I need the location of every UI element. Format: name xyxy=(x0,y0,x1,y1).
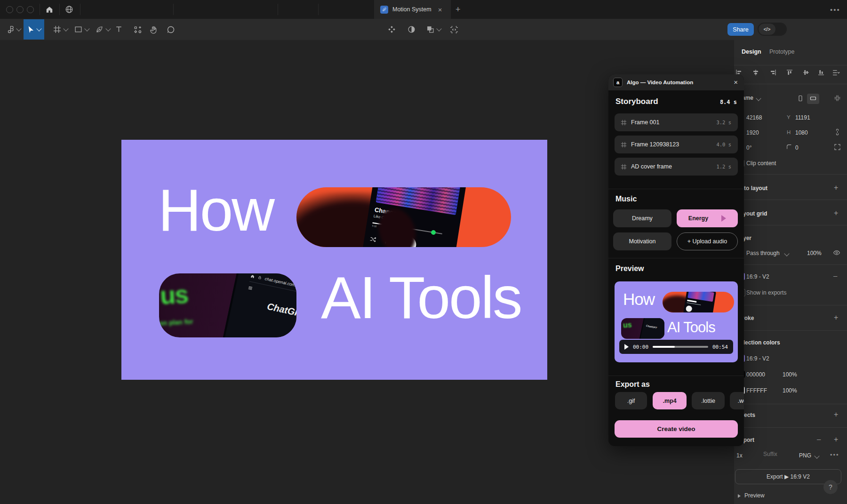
dev-mode-toggle[interactable]: </> xyxy=(758,23,787,36)
mini-phone xyxy=(683,292,717,312)
add-layout-grid-button[interactable]: + xyxy=(834,209,838,217)
divider xyxy=(608,376,744,376)
create-component-button[interactable] xyxy=(388,19,396,40)
actions-tool[interactable] xyxy=(134,19,142,40)
color-opacity-white[interactable]: 100% xyxy=(783,387,797,394)
format-chip-lottie[interactable]: .lottie xyxy=(692,392,725,409)
blend-mode-chevron[interactable] xyxy=(784,251,789,256)
comment-tool[interactable] xyxy=(167,19,175,40)
globe-icon[interactable] xyxy=(65,5,73,14)
preview-play-button[interactable] xyxy=(624,344,629,350)
layer-visibility-eye-icon[interactable] xyxy=(833,249,840,256)
design-properties-panel: Design Prototype Frame X 42168 Y 11191 W… xyxy=(734,40,847,504)
blend-mode-dropdown[interactable]: Pass through xyxy=(746,250,780,256)
hand-tool[interactable] xyxy=(150,19,158,40)
collapse-icon[interactable] xyxy=(834,95,841,102)
add-export-button[interactable]: + xyxy=(834,436,838,443)
export-scale[interactable]: 1x xyxy=(736,452,743,459)
frame-tool[interactable] xyxy=(53,19,68,40)
tab-prototype[interactable]: Prototype xyxy=(769,48,795,55)
add-stroke-button[interactable]: + xyxy=(834,314,838,321)
fill-style-name[interactable]: 16:9 - V2 xyxy=(746,273,769,280)
constrain-proportions-icon[interactable] xyxy=(834,128,841,136)
align-vertical-center-icon[interactable] xyxy=(802,69,810,76)
main-menu-button[interactable] xyxy=(7,19,21,40)
tab-design[interactable]: Design xyxy=(742,48,761,55)
storyboard-frame-row[interactable]: Frame 001 3.2 s xyxy=(615,113,738,131)
add-effect-button[interactable]: + xyxy=(834,411,838,418)
format-chip-webm[interactable]: .webm xyxy=(730,392,744,409)
height-value[interactable]: 1080 xyxy=(795,129,808,136)
tab-close-icon[interactable]: × xyxy=(438,6,442,13)
color-opacity-black[interactable]: 100% xyxy=(783,371,797,378)
design-frame-16-9-v2[interactable]: How Change Like Crashing Waves 5:16 xyxy=(121,140,547,380)
dev-resources-button[interactable] xyxy=(450,19,458,40)
selection-style-name[interactable]: 16:9 - V2 xyxy=(746,355,769,362)
rotation-value[interactable]: 0° xyxy=(746,144,751,151)
export-suffix-input[interactable] xyxy=(762,450,794,458)
music-option-motivation[interactable]: Motivation xyxy=(613,232,671,250)
file-tab-motion-system[interactable]: Motion System × xyxy=(374,0,451,19)
preview-disclosure-triangle[interactable] xyxy=(738,494,741,498)
format-chip-mp4-selected[interactable]: .mp4 xyxy=(653,392,687,409)
move-tool-selected[interactable] xyxy=(24,19,44,40)
new-tab-button[interactable]: + xyxy=(455,5,461,15)
chatgpt-photo-thumb: us on plan for 7:22 chat.openai.com/cha … xyxy=(159,273,296,337)
upload-audio-button[interactable]: + Upload audio xyxy=(677,232,738,250)
color-hex-white[interactable]: FFFFFF xyxy=(746,387,767,394)
align-right-icon[interactable] xyxy=(769,69,777,76)
video-preview-card[interactable]: How us ChatGPT AI Tools 00:00 xyxy=(615,281,738,362)
use-as-mask-button[interactable] xyxy=(408,19,416,40)
window-close-button[interactable] xyxy=(6,6,13,13)
text-tool[interactable] xyxy=(115,19,123,40)
frame-duration: 1.2 s xyxy=(716,164,731,169)
music-option-dreamy[interactable]: Dreamy xyxy=(613,209,671,227)
storyboard-frame-row[interactable]: Frame 120938123 4.0 s xyxy=(615,136,738,153)
help-button[interactable]: ? xyxy=(823,480,838,494)
align-bottom-icon[interactable] xyxy=(817,69,825,76)
export-options-menu[interactable]: ••• xyxy=(830,451,839,458)
align-horizontal-center-icon[interactable] xyxy=(752,69,759,76)
corner-radius-icon xyxy=(786,144,792,150)
hamburger-icon xyxy=(248,285,253,291)
format-chip-gif[interactable]: .gif xyxy=(615,392,647,409)
window-minimize-button[interactable] xyxy=(16,6,24,13)
y-value[interactable]: 11191 xyxy=(795,114,810,121)
tidy-up-icon[interactable] xyxy=(832,69,840,77)
titlebar-divider xyxy=(173,4,174,15)
x-value[interactable]: 42168 xyxy=(746,114,762,121)
width-value[interactable]: 1920 xyxy=(746,129,759,136)
boolean-groups-button[interactable] xyxy=(426,19,441,40)
independent-corners-icon[interactable] xyxy=(834,144,841,151)
preview-section-label[interactable]: Preview xyxy=(744,492,765,499)
titlebar-overflow-menu[interactable]: ••• xyxy=(830,6,840,14)
frame-preset-chevron[interactable] xyxy=(756,96,761,101)
landscape-icon[interactable] xyxy=(809,95,817,102)
window-zoom-button[interactable] xyxy=(27,6,34,13)
remove-fill-button[interactable]: – xyxy=(833,272,837,280)
plugin-close-icon[interactable]: × xyxy=(734,79,738,86)
y-label: Y xyxy=(787,114,791,120)
plugin-header[interactable]: a Algo — Video Automation × xyxy=(608,74,744,90)
shape-tool[interactable] xyxy=(74,19,89,40)
corner-radius-value[interactable]: 0 xyxy=(795,144,799,151)
color-hex-black[interactable]: 000000 xyxy=(746,371,765,378)
add-auto-layout-button[interactable]: + xyxy=(834,184,838,192)
clip-content-label: Clip content xyxy=(746,160,776,167)
align-top-icon[interactable] xyxy=(786,69,793,76)
portrait-icon[interactable] xyxy=(797,95,804,102)
height-label: H xyxy=(787,129,791,135)
share-button[interactable]: Share xyxy=(727,23,754,36)
pen-tool[interactable] xyxy=(96,19,110,40)
create-video-button[interactable]: Create video xyxy=(615,420,738,438)
titlebar-divider xyxy=(80,4,80,15)
home-icon[interactable] xyxy=(45,5,54,14)
storyboard-frame-row[interactable]: AD cover frame 1.2 s xyxy=(615,158,738,176)
layer-opacity[interactable]: 100% xyxy=(807,250,822,256)
remove-export-button[interactable]: – xyxy=(817,435,821,443)
export-format-dropdown[interactable]: PNG xyxy=(799,452,811,459)
export-format-chevron[interactable] xyxy=(814,453,819,458)
progress-track[interactable] xyxy=(653,346,708,348)
music-option-energy-selected[interactable]: Energy xyxy=(677,209,738,227)
move-tool-chevron[interactable] xyxy=(36,26,41,31)
